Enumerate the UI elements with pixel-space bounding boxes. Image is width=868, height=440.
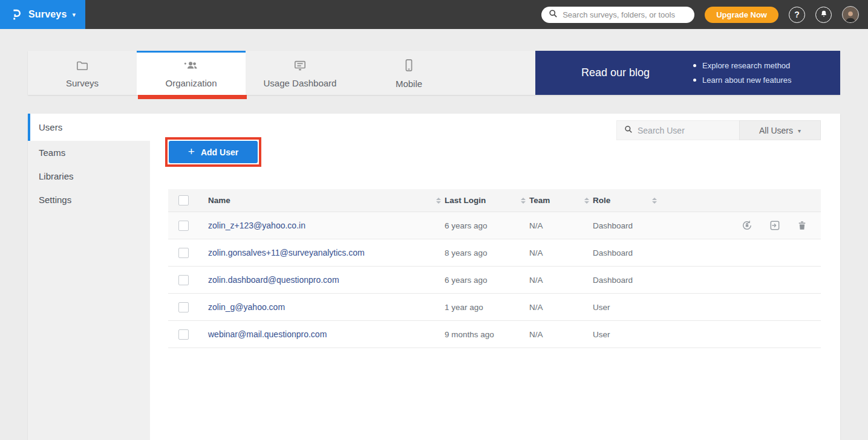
row-checkbox[interactable] [178,275,189,285]
search-user-box[interactable] [616,120,739,140]
user-email-link[interactable]: webinar@mail.questionpro.com [208,329,327,339]
users-content: All Users ▾ + Add User Name Last Login [150,114,840,440]
module-tabs: Surveys Organization Usage Dashboard [28,51,840,95]
table-row[interactable]: zolin.dashboard@questionpro.com 6 years … [168,267,821,294]
last-login-value: 1 year ago [445,303,483,312]
add-user-label: Add User [201,147,238,157]
questionpro-logo-icon [10,7,23,22]
user-email-link[interactable]: zolin_g@yahoo.com [208,302,285,312]
search-icon [624,125,633,136]
tab-filler [463,51,535,95]
row-checkbox[interactable] [178,221,189,231]
search-icon [549,9,558,21]
chevron-down-icon: ▾ [798,128,801,134]
row-checkbox[interactable] [178,248,189,258]
users-table: Name Last Login Team Role [168,189,821,348]
tab-surveys[interactable]: Surveys [28,51,137,95]
blog-banner-bullets: Explore research method Learn about new … [693,61,791,85]
column-header-name[interactable]: Name [208,196,230,205]
mobile-icon [404,59,414,74]
dashboard-icon [293,59,307,74]
organization-panel: Users Teams Libraries Settings All Users [28,114,840,440]
team-value: N/A [529,276,543,285]
user-email-link[interactable]: zolin.dashboard@questionpro.com [208,275,339,285]
notifications-button[interactable] [815,7,832,23]
blog-bullet: Explore research method [693,61,791,70]
question-mark-icon: ? [794,10,800,19]
user-avatar[interactable] [842,6,859,23]
product-switcher[interactable]: Surveys ▾ [0,0,85,29]
sidebar-item-label: Libraries [39,171,74,181]
folder-icon [76,59,89,74]
sort-icon[interactable] [652,198,657,204]
sidebar-item-users[interactable]: Users [28,114,150,141]
annotation-red-underline [138,95,247,99]
login-as-user-icon[interactable] [769,219,781,231]
upgrade-now-button[interactable]: Upgrade Now [705,7,778,23]
user-filter-dropdown[interactable]: All Users ▾ [739,120,821,140]
sidebar-item-label: Teams [39,147,65,158]
blog-banner[interactable]: Read our blog Explore research method Le… [535,51,840,95]
tab-usage-dashboard[interactable]: Usage Dashboard [246,51,354,95]
plus-icon: + [188,145,195,158]
role-value: Dashboard [593,276,633,285]
tab-label: Surveys [66,78,99,88]
delete-user-icon[interactable] [797,219,808,231]
sidebar-item-label: Settings [39,195,71,205]
column-header-team[interactable]: Team [529,196,550,205]
team-value: N/A [529,221,543,230]
global-search-input[interactable] [563,10,687,19]
tab-label: Usage Dashboard [264,78,337,88]
add-person-icon [183,59,199,74]
column-header-role[interactable]: Role [593,196,610,205]
role-value: Dashboard [593,221,633,230]
product-name: Surveys [28,9,67,20]
table-row[interactable]: zolin.gonsalves+11@surveyanalytics.com 8… [168,239,821,267]
chevron-down-icon: ▾ [73,11,76,19]
column-header-last-login[interactable]: Last Login [445,196,486,205]
user-email-link[interactable]: zolin_z+123@yahoo.co.in [208,221,305,230]
tab-mobile[interactable]: Mobile [354,51,463,95]
table-row[interactable]: webinar@mail.questionpro.com 9 months ag… [168,321,821,348]
last-login-value: 9 months ago [445,330,494,339]
user-email-link[interactable]: zolin.gonsalves+11@surveyanalytics.com [208,248,365,257]
sidebar-item-label: Users [39,122,62,132]
topbar: Surveys ▾ Upgrade Now ? [0,0,868,29]
tab-label: Mobile [396,79,422,89]
reset-password-icon[interactable] [741,219,753,231]
add-user-button[interactable]: + Add User [169,141,258,163]
table-row[interactable]: zolin_z+123@yahoo.co.in 6 years ago N/A … [168,212,821,239]
annotation-red-highlight-box: + Add User [165,137,261,167]
last-login-value: 8 years ago [445,248,488,257]
tab-organization[interactable]: Organization [137,51,246,95]
bell-icon [820,10,828,20]
last-login-value: 6 years ago [445,221,488,230]
row-checkbox[interactable] [178,329,189,340]
org-sidebar: Users Teams Libraries Settings [28,114,150,440]
last-login-value: 6 years ago [445,276,488,285]
global-search[interactable] [541,7,694,23]
table-row[interactable]: zolin_g@yahoo.com 1 year ago N/A User [168,294,821,321]
table-header-row: Name Last Login Team Role [168,189,821,212]
search-user-input[interactable] [638,126,732,135]
select-all-checkbox[interactable] [178,195,189,205]
sidebar-item-teams[interactable]: Teams [28,141,150,164]
team-value: N/A [529,330,543,339]
sort-icon[interactable] [521,198,526,204]
blog-bullet: Learn about new features [693,76,791,85]
sidebar-item-settings[interactable]: Settings [28,188,150,212]
blog-banner-title[interactable]: Read our blog [581,66,650,79]
role-value: User [593,330,610,339]
tab-label: Organization [165,78,217,88]
sidebar-item-libraries[interactable]: Libraries [28,164,150,188]
help-button[interactable]: ? [789,7,805,23]
team-value: N/A [529,303,543,312]
role-value: User [593,303,610,312]
sort-icon[interactable] [584,198,589,204]
role-value: Dashboard [593,248,633,257]
row-checkbox[interactable] [178,302,189,312]
team-value: N/A [529,248,543,257]
sort-icon[interactable] [436,198,441,204]
filter-label: All Users [759,126,793,135]
topbar-right: Upgrade Now ? [541,6,868,23]
